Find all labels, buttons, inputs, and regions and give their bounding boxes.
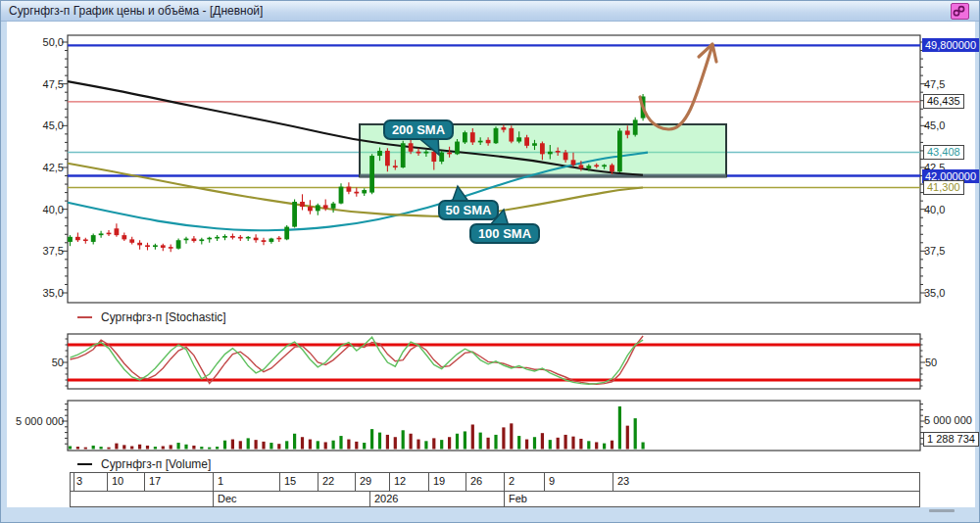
app-window: Сургнфгз-п График цены и объёма - [Дневн…	[0, 0, 980, 523]
stochastic-legend[interactable]: Сургнфгз-п [Stochastic]	[77, 310, 226, 324]
callout-200-sma[interactable]: 200 SMA	[383, 119, 454, 140]
callout-50-sma[interactable]: 50 SMA	[438, 200, 499, 220]
volume-legend[interactable]: Сургнфгз-п [Volume]	[77, 457, 211, 471]
volume-plot-border	[68, 401, 920, 451]
stochastic-legend-label: Сургнфгз-п [Stochastic]	[101, 310, 226, 324]
callout-100-sma[interactable]: 100 SMA	[469, 223, 540, 244]
volume-legend-label: Сургнфгз-п [Volume]	[101, 457, 211, 471]
volume-legend-dash-icon	[77, 463, 92, 465]
stochastic-legend-dash-icon	[77, 316, 92, 318]
chart-canvas[interactable]	[1, 1, 980, 523]
